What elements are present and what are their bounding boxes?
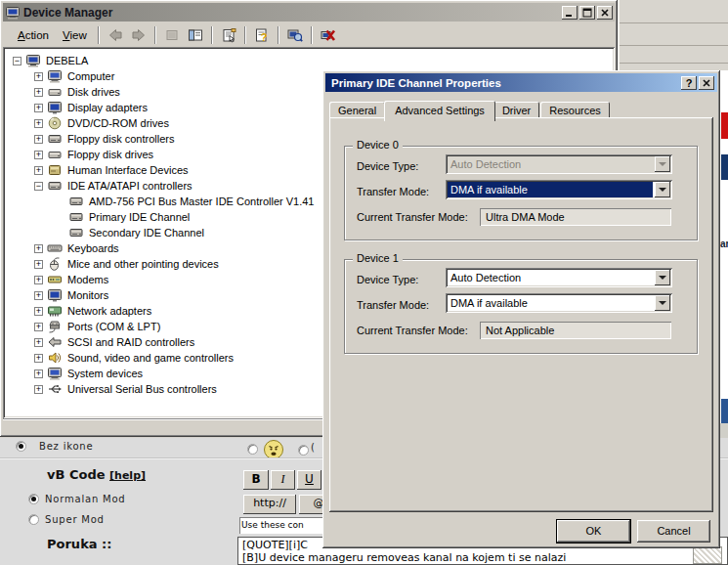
chevron-down-icon[interactable] [655,295,670,311]
textarea-scrollbar[interactable] [693,546,722,564]
expand-toggle[interactable]: + [34,369,43,378]
poruka-heading: Poruka :: [47,537,111,551]
back-icon[interactable] [104,25,127,45]
tree-item-label: Primary IDE Channel [89,211,190,223]
advanced-settings-panel: Device 0Device Type:Auto DetectionTransf… [329,117,713,512]
expand-toggle[interactable]: + [34,323,43,331]
export-list-icon[interactable] [160,25,184,45]
underline-button[interactable]: U [297,470,321,490]
forward-icon[interactable] [127,25,150,45]
red-fragment [721,112,728,139]
cancel-button[interactable]: Cancel [637,520,710,543]
transfer-mode-combo[interactable]: DMA if available [446,293,672,313]
computer-icon [47,366,63,381]
display-icon [47,100,63,115]
context-help-button[interactable]: ? [681,76,697,90]
chevron-down-icon[interactable] [655,270,670,285]
expand-toggle[interactable]: + [34,385,43,394]
expand-toggle[interactable]: + [34,119,43,128]
tab-advanced-settings[interactable]: Advanced Settings [384,101,495,121]
uninstall-icon[interactable] [317,25,340,45]
expand-toggle[interactable]: + [34,291,43,300]
update-driver-icon[interactable] [283,25,307,45]
expand-toggle[interactable]: + [34,72,43,81]
keyboard-icon [47,240,63,256]
http-button[interactable]: http:// [243,495,296,514]
tree-item-label: System devices [67,368,143,379]
sound-icon [47,350,63,366]
properties-icon[interactable] [217,25,240,45]
expand-toggle[interactable]: + [34,151,43,159]
dialog-close-button[interactable] [699,76,714,90]
tree-item-label: Sound, video and game controllers [67,352,234,364]
navy-fragment [721,154,728,180]
tree-item-label: Display adapters [67,102,148,113]
tree-item-label: Secondary IDE Channel [89,227,204,239]
expand-toggle[interactable]: + [34,104,43,112]
maximize-button[interactable] [579,6,595,20]
ok-button[interactable]: OK [557,520,630,543]
tree-item-label: Computer [67,70,114,82]
device-manager-titlebar[interactable]: Device Manager [3,3,615,22]
chevron-down-icon[interactable] [655,182,670,197]
super-mode-label: Super Mod [45,514,105,525]
expand-toggle[interactable]: + [34,88,43,97]
device-type-label: Device Type: [357,160,418,172]
show-hide-console-tree-icon[interactable] [184,25,207,45]
tree-item-label: SCSI and RAID controllers [67,336,194,348]
combo-value: DMA if available [448,295,653,311]
workstation-icon [25,53,41,68]
computer-icon [47,68,63,84]
group-device-1: Device 1Device Type:Auto DetectionTransf… [344,259,698,354]
tree-item[interactable]: −DEBELA [5,53,613,68]
expand-toggle[interactable]: + [34,166,43,175]
expand-toggle[interactable]: + [34,338,43,347]
transfer-mode-label: Transfer Mode: [357,299,429,311]
cropped-smiley-text: ( [311,442,316,453]
minimize-button[interactable] [562,6,578,20]
device-type-combo[interactable]: Auto Detection [446,268,672,287]
menu-view[interactable]: View [56,27,94,43]
smiley-radio[interactable] [298,445,309,456]
controller-icon [47,131,63,147]
icon-radio[interactable] [16,441,26,452]
tree-item-label: Mice and other pointing devices [67,258,219,270]
expand-toggle[interactable]: + [34,354,43,363]
close-button[interactable] [597,6,613,20]
normal-mode-label: Normalan Mod [45,494,126,504]
toolbar-separator [154,26,156,44]
background-table [618,0,728,70]
expand-toggle[interactable]: + [34,307,43,316]
dialog-title: Primary IDE Channel Properties [328,77,679,89]
bold-button[interactable]: B [243,470,269,490]
mouse-icon [47,256,63,272]
dialog-tabstrip: GeneralAdvanced SettingsDriverResources [329,99,611,119]
help-icon[interactable]: ? [250,25,274,45]
group-label: Device 1 [353,252,403,264]
collapse-toggle[interactable]: − [13,57,21,65]
tree-item-label: Floppy disk controllers [67,133,174,145]
chevron-down-icon [655,156,670,172]
italic-button[interactable]: I [271,470,295,490]
smiley-radio[interactable] [247,444,258,455]
tree-item-label: Ports (COM & LPT) [67,321,160,332]
toolbar-separator [311,26,313,44]
svg-text:?: ? [260,30,267,42]
super-mode-radio[interactable] [28,514,39,525]
menu-action[interactable]: Action [11,27,56,43]
usb-icon [47,381,63,397]
transfer-mode-combo[interactable]: DMA if available [446,180,672,199]
expand-toggle[interactable]: + [34,276,43,284]
help-link[interactable]: [help] [109,469,146,482]
current-transfer-mode-label: Current Transfer Mode: [357,211,468,223]
collapse-toggle[interactable]: − [34,182,43,191]
expand-toggle[interactable]: + [34,244,43,253]
expand-toggle[interactable]: + [34,135,43,144]
hid-icon [47,162,63,178]
dialog-titlebar[interactable]: Primary IDE Channel Properties ? [325,73,717,92]
expand-toggle[interactable]: + [34,260,43,269]
normal-mode-radio[interactable] [28,494,39,504]
toolbar-separator [211,26,213,44]
transfer-mode-label: Transfer Mode: [357,186,429,197]
controller-icon [68,225,84,240]
